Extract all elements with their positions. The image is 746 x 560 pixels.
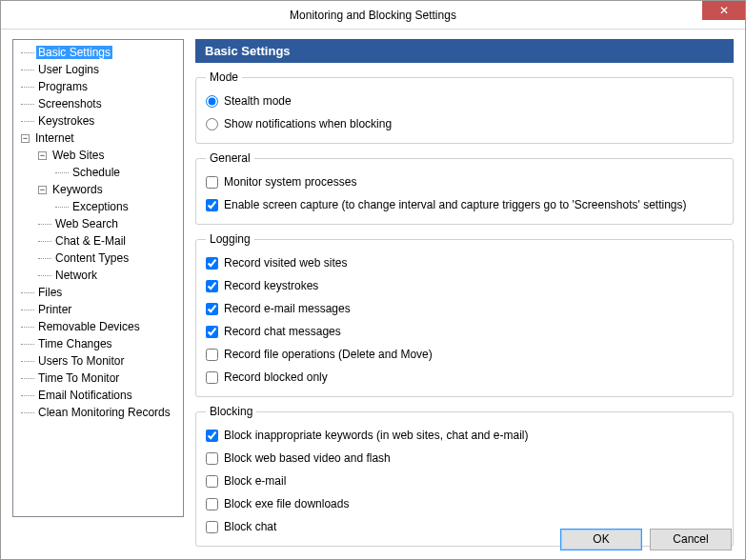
tree-label: Programs xyxy=(36,80,90,93)
tree-label: Network xyxy=(53,269,99,282)
tree-label: Keystrokes xyxy=(36,114,96,128)
tree-item-network[interactable]: Network xyxy=(15,267,181,284)
tree-item-web-sites[interactable]: −Web Sites xyxy=(15,147,181,164)
tree-label: Web Search xyxy=(53,217,120,230)
tree-item-content-types[interactable]: Content Types xyxy=(15,250,181,267)
logging-legend: Logging xyxy=(206,232,254,246)
tree-item-internet[interactable]: −Internet xyxy=(15,130,181,147)
checkbox-label: Block e-mail xyxy=(224,474,286,488)
checkbox-block-video-flash[interactable]: Block web based video and flash xyxy=(206,447,723,470)
radio-label: Show notifications when blocking xyxy=(224,117,392,130)
checkbox-input[interactable] xyxy=(206,326,218,338)
radio-input[interactable] xyxy=(206,95,218,108)
tree-item-files[interactable]: Files xyxy=(15,284,181,301)
checkbox-monitor-system[interactable]: Monitor system processes xyxy=(206,170,723,193)
tree-item-chat-email[interactable]: Chat & E-Mail xyxy=(15,232,181,250)
checkbox-input[interactable] xyxy=(206,280,218,292)
checkbox-label: Block inappropriate keywords (in web sit… xyxy=(224,429,528,442)
mode-group: Mode Stealth mode Show notifications whe… xyxy=(195,70,734,144)
tree-label: Removable Devices xyxy=(36,320,142,333)
navigation-tree: Basic Settings User Logins Programs Scre… xyxy=(12,39,184,517)
tree-item-email-notifications[interactable]: Email Notifications xyxy=(15,387,181,404)
checkbox-label: Block exe file downloads xyxy=(224,497,349,510)
tree-label: Basic Settings xyxy=(36,46,112,59)
checkbox-label: Block web based video and flash xyxy=(224,451,391,465)
checkbox-input[interactable] xyxy=(206,475,218,488)
checkbox-block-keywords[interactable]: Block inappropriate keywords (in web sit… xyxy=(206,424,723,447)
tree-item-time-to-monitor[interactable]: Time To Monitor xyxy=(15,370,181,387)
tree-item-removable-devices[interactable]: Removable Devices xyxy=(15,318,181,335)
checkbox-input[interactable] xyxy=(206,176,218,189)
checkbox-record-keystrokes[interactable]: Record keystrokes xyxy=(206,274,723,297)
radio-stealth-mode[interactable]: Stealth mode xyxy=(206,90,723,112)
tree-item-users-to-monitor[interactable]: Users To Monitor xyxy=(15,352,181,370)
tree-label: Time Changes xyxy=(36,337,114,350)
checkbox-enable-capture[interactable]: Enable screen capture (to change interva… xyxy=(206,193,723,216)
tree-label: Email Notifications xyxy=(36,389,134,402)
tree-label: Chat & E-Mail xyxy=(53,234,128,248)
checkbox-label: Record e-mail messages xyxy=(224,302,351,315)
tree-item-keywords[interactable]: −Keywords xyxy=(15,181,181,198)
radio-input[interactable] xyxy=(206,118,218,130)
tree-label: Time To Monitor xyxy=(36,371,121,385)
tree-item-schedule[interactable]: Schedule xyxy=(15,164,181,181)
checkbox-block-exe[interactable]: Block exe file downloads xyxy=(206,492,723,515)
checkbox-block-chat[interactable]: Block chat xyxy=(206,515,723,538)
close-button[interactable]: ✕ xyxy=(702,1,745,20)
tree-item-programs[interactable]: Programs xyxy=(15,78,181,95)
checkbox-input[interactable] xyxy=(206,199,218,211)
collapse-icon[interactable]: − xyxy=(38,151,47,160)
general-legend: General xyxy=(206,151,254,165)
panel-header: Basic Settings xyxy=(195,39,734,63)
tree-item-exceptions[interactable]: Exceptions xyxy=(15,198,181,215)
checkbox-input[interactable] xyxy=(206,498,218,510)
checkbox-input[interactable] xyxy=(206,452,218,465)
tree-label: Printer xyxy=(36,303,73,316)
titlebar: Monitoring and Blocking Settings ✕ xyxy=(1,1,745,30)
checkbox-input[interactable] xyxy=(206,303,218,315)
tree-item-user-logins[interactable]: User Logins xyxy=(15,61,181,78)
tree-label: Content Types xyxy=(53,251,131,265)
collapse-icon[interactable]: − xyxy=(21,134,30,143)
blocking-group: Blocking Block inappropriate keywords (i… xyxy=(195,405,734,547)
tree-label: Users To Monitor xyxy=(36,354,126,368)
tree-label: Screenshots xyxy=(36,97,104,110)
general-group: General Monitor system processes Enable … xyxy=(195,151,734,225)
checkbox-input[interactable] xyxy=(206,257,218,270)
cancel-button[interactable]: Cancel xyxy=(650,529,732,550)
tree-item-keystrokes[interactable]: Keystrokes xyxy=(15,112,181,130)
settings-panel: Basic Settings Mode Stealth mode Show no… xyxy=(195,39,734,517)
tree-item-screenshots[interactable]: Screenshots xyxy=(15,95,181,112)
tree-item-web-search[interactable]: Web Search xyxy=(15,215,181,232)
ok-button[interactable]: OK xyxy=(560,529,642,550)
checkbox-record-file-ops[interactable]: Record file operations (Delete and Move) xyxy=(206,343,723,366)
tree-item-time-changes[interactable]: Time Changes xyxy=(15,335,181,352)
radio-label: Stealth mode xyxy=(224,94,292,108)
checkbox-label: Record blocked only xyxy=(224,370,328,384)
checkbox-record-blocked-only[interactable]: Record blocked only xyxy=(206,366,723,389)
checkbox-label: Monitor system processes xyxy=(224,175,356,189)
checkbox-label: Record visited web sites xyxy=(224,256,347,270)
window-title: Monitoring and Blocking Settings xyxy=(290,9,456,22)
checkbox-input[interactable] xyxy=(206,371,218,384)
tree-label: Web Sites xyxy=(50,149,106,162)
tree-label: Clean Monitoring Records xyxy=(36,406,172,419)
radio-show-notifications[interactable]: Show notifications when blocking xyxy=(206,112,723,135)
checkbox-label: Enable screen capture (to change interva… xyxy=(224,198,687,211)
tree-item-printer[interactable]: Printer xyxy=(15,301,181,318)
checkbox-block-email[interactable]: Block e-mail xyxy=(206,470,723,492)
checkbox-label: Record file operations (Delete and Move) xyxy=(224,348,433,361)
checkbox-input[interactable] xyxy=(206,521,218,533)
checkbox-input[interactable] xyxy=(206,430,218,442)
tree-item-basic-settings[interactable]: Basic Settings xyxy=(15,44,181,61)
tree-item-clean-records[interactable]: Clean Monitoring Records xyxy=(15,404,181,421)
tree-label: Schedule xyxy=(71,166,122,179)
logging-group: Logging Record visited web sites Record … xyxy=(195,232,734,397)
checkbox-record-email[interactable]: Record e-mail messages xyxy=(206,297,723,320)
checkbox-record-sites[interactable]: Record visited web sites xyxy=(206,251,723,274)
checkbox-label: Block chat xyxy=(224,520,276,533)
checkbox-input[interactable] xyxy=(206,349,218,361)
collapse-icon[interactable]: − xyxy=(38,186,47,194)
close-icon: ✕ xyxy=(719,4,729,17)
checkbox-record-chat[interactable]: Record chat messages xyxy=(206,320,723,343)
